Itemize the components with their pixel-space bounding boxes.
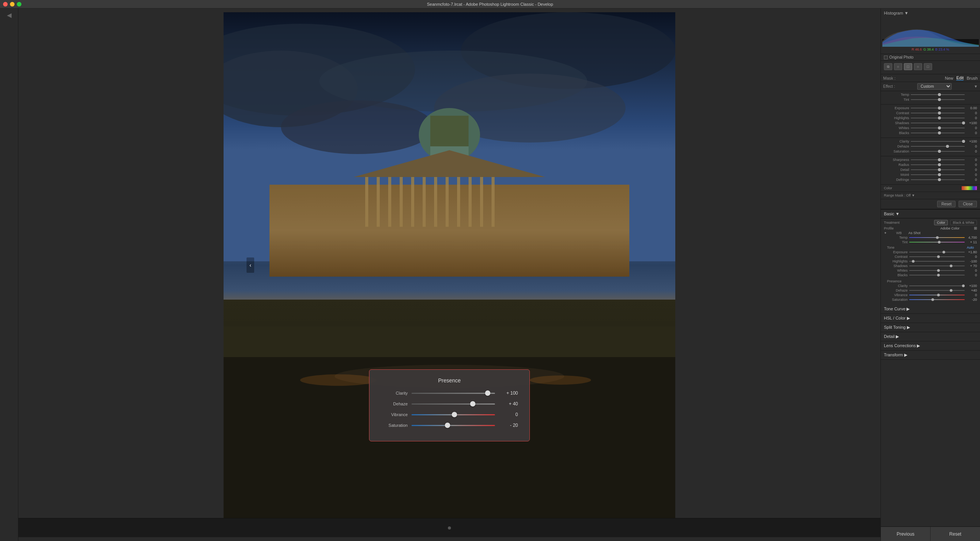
- radius-thumb[interactable]: [938, 163, 941, 166]
- contrast-thumb[interactable]: [938, 111, 941, 115]
- bw-treatment-btn[interactable]: Black & White: [950, 220, 977, 225]
- maximize-button[interactable]: [17, 2, 21, 7]
- basic-shadows-thumb[interactable]: [950, 265, 952, 267]
- effect-select[interactable]: Custom: [917, 83, 952, 90]
- highlights-thumb[interactable]: [938, 116, 941, 120]
- lens-corrections-header[interactable]: Lens Corrections ▶: [881, 341, 980, 350]
- shadows-thumb[interactable]: [962, 121, 965, 125]
- basic-panel-header[interactable]: Basic ▼: [881, 209, 980, 218]
- original-photo-checkbox[interactable]: [884, 56, 888, 59]
- clarity-slider[interactable]: [412, 393, 495, 394]
- eyedropper-icon[interactable]: ✦: [884, 231, 895, 235]
- blacks-slider[interactable]: [911, 133, 965, 133]
- basic-tint-thumb[interactable]: [938, 241, 941, 244]
- tone-curve-header[interactable]: Tone Curve ▶: [881, 305, 980, 313]
- highlights-slider[interactable]: [911, 118, 965, 118]
- contrast-slider[interactable]: [911, 113, 965, 113]
- tool-heal[interactable]: ○: [894, 63, 902, 70]
- basic-exposure-slider[interactable]: [909, 252, 965, 252]
- blacks-thumb[interactable]: [938, 131, 941, 134]
- basic-contrast-slider[interactable]: [909, 256, 965, 257]
- basic-highlights-thumb[interactable]: [912, 260, 915, 263]
- basic-blacks-slider[interactable]: [909, 275, 965, 275]
- color-treatment-btn[interactable]: Color: [934, 220, 948, 225]
- sharpness-thumb[interactable]: [938, 158, 941, 161]
- basic-whites-slider[interactable]: [909, 270, 965, 271]
- clarity-thumb-right[interactable]: [962, 140, 965, 143]
- auto-button[interactable]: Auto: [967, 246, 974, 249]
- tint-slider[interactable]: [911, 99, 965, 100]
- new-button[interactable]: New: [945, 75, 953, 80]
- basic-dehaze-thumb[interactable]: [950, 289, 952, 292]
- basic-contrast-thumb[interactable]: [937, 256, 940, 258]
- range-mask-label[interactable]: Range Mask : Off ▼: [884, 193, 915, 197]
- basic-vibrance-slider[interactable]: [909, 295, 965, 295]
- moire-thumb[interactable]: [938, 173, 941, 176]
- dehaze-thumb-right[interactable]: [946, 145, 949, 148]
- basic-tint-slider[interactable]: [909, 242, 965, 243]
- saturation-slider-right[interactable]: [911, 151, 965, 152]
- detail-header[interactable]: Detail ▶: [881, 332, 980, 341]
- basic-clarity-slider[interactable]: [909, 285, 965, 286]
- temp-thumb[interactable]: [938, 93, 941, 96]
- edit-button[interactable]: Edit: [956, 75, 964, 80]
- radius-slider[interactable]: [911, 164, 965, 165]
- basic-vibrance-thumb[interactable]: [937, 294, 940, 297]
- tint-thumb[interactable]: [938, 98, 941, 101]
- sharpness-slider[interactable]: [911, 159, 965, 160]
- basic-exposure-thumb[interactable]: [942, 251, 945, 254]
- defringe-slider[interactable]: [911, 179, 965, 180]
- vibrance-slider[interactable]: [412, 414, 495, 415]
- saturation-thumb[interactable]: [445, 423, 450, 428]
- prev-photo-arrow[interactable]: ‹: [247, 257, 254, 273]
- exposure-slider[interactable]: [911, 108, 965, 108]
- reset-button[interactable]: Reset: [931, 527, 980, 541]
- basic-shadows-slider[interactable]: [909, 266, 965, 266]
- basic-saturation-slider[interactable]: [909, 299, 965, 300]
- hsl-color-header[interactable]: HSL / Color ▶: [881, 314, 980, 323]
- reset-local-button[interactable]: Reset: [937, 201, 956, 207]
- clarity-slider-right[interactable]: [911, 141, 965, 142]
- detail-thumb[interactable]: [938, 168, 941, 171]
- basic-clarity-thumb[interactable]: [962, 285, 965, 287]
- saturation-slider[interactable]: [412, 425, 495, 426]
- basic-blacks-thumb[interactable]: [937, 274, 940, 277]
- tool-mask[interactable]: □: [904, 63, 912, 70]
- shadows-slider[interactable]: [911, 123, 965, 123]
- minimize-button[interactable]: [10, 2, 15, 7]
- temp-slider[interactable]: [911, 94, 965, 95]
- profile-browse-icon[interactable]: ⊞: [974, 226, 977, 230]
- basic-highlights-slider[interactable]: [909, 261, 965, 262]
- previous-button[interactable]: Previous: [881, 527, 931, 541]
- basic-temp-thumb[interactable]: [936, 236, 939, 239]
- whites-slider[interactable]: [911, 128, 965, 128]
- basic-saturation-thumb[interactable]: [931, 298, 934, 301]
- brush-button[interactable]: Brush: [967, 75, 978, 80]
- dehaze-slider[interactable]: [412, 403, 495, 405]
- basic-dehaze-slider[interactable]: [909, 290, 965, 291]
- split-toning-header[interactable]: Split Toning ▶: [881, 323, 980, 332]
- saturation-thumb-right[interactable]: [938, 150, 941, 153]
- transform-header[interactable]: Transform ▶: [881, 351, 980, 359]
- vibrance-thumb[interactable]: [452, 412, 457, 417]
- presence-title: Presence: [381, 377, 518, 384]
- effect-dropdown-icon[interactable]: ▼: [974, 84, 978, 89]
- basic-whites-thumb[interactable]: [937, 269, 940, 272]
- dehaze-thumb[interactable]: [470, 401, 475, 407]
- dehaze-slider-right[interactable]: [911, 146, 965, 147]
- left-nav-toggle[interactable]: ◀: [7, 11, 11, 19]
- whites-thumb[interactable]: [938, 126, 941, 130]
- color-swatch[interactable]: [962, 186, 977, 190]
- detail-slider[interactable]: [911, 169, 965, 170]
- close-local-button[interactable]: Close: [959, 201, 977, 207]
- basic-temp-slider[interactable]: [909, 237, 965, 238]
- exposure-thumb[interactable]: [938, 107, 941, 110]
- tool-crop[interactable]: ⧉: [884, 63, 892, 70]
- histogram-header[interactable]: Histogram ▼: [882, 10, 978, 16]
- tool-settings[interactable]: □: [924, 63, 932, 70]
- close-button[interactable]: [3, 2, 8, 7]
- clarity-thumb[interactable]: [485, 390, 490, 396]
- moire-slider[interactable]: [911, 174, 965, 175]
- tool-redeye[interactable]: ○: [914, 63, 922, 70]
- defringe-thumb[interactable]: [938, 178, 941, 181]
